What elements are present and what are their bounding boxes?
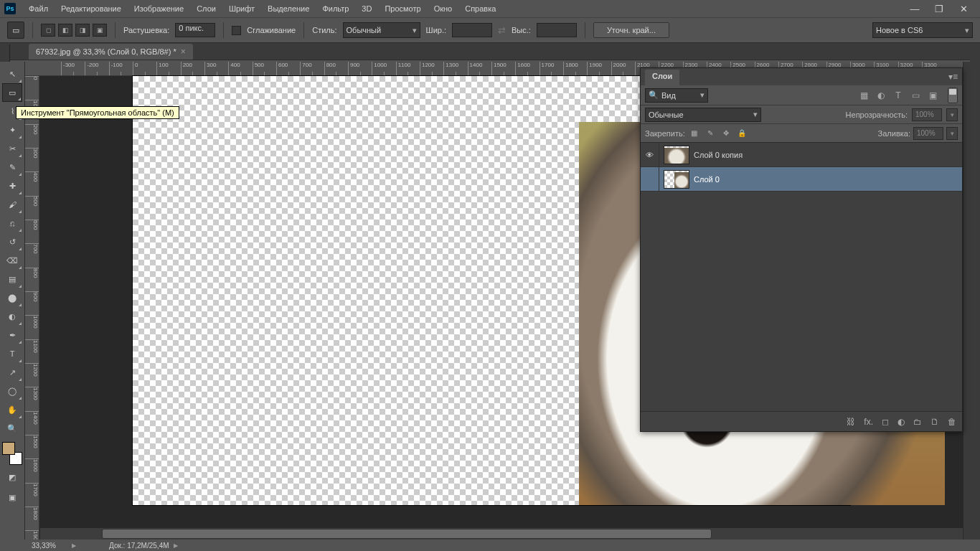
tab-well-grip-right[interactable]: [970, 44, 980, 62]
history-brush-tool[interactable]: ↺: [2, 232, 22, 251]
dodge-tool[interactable]: ◐: [2, 307, 22, 326]
move-tool[interactable]: ↖: [2, 65, 22, 83]
filter-smart-icon[interactable]: ▣: [926, 89, 939, 102]
group-icon[interactable]: 🗀: [913, 417, 922, 427]
layer-row[interactable]: Слой 0: [641, 167, 962, 192]
healing-brush-tool[interactable]: ✚: [2, 176, 22, 195]
lock-position-icon[interactable]: ✎: [704, 127, 717, 140]
adjustment-icon[interactable]: ◐: [897, 417, 905, 427]
opacity-input[interactable]: 100%: [912, 108, 942, 121]
crop-tool[interactable]: ✂: [2, 139, 22, 158]
shape-tool[interactable]: ◯: [2, 382, 22, 400]
quick-mask-tool[interactable]: ◩: [2, 468, 22, 486]
link-icon[interactable]: ⛓: [847, 417, 855, 427]
zoom-arrow-icon[interactable]: ▶: [72, 542, 76, 549]
horizontal-scrollbar[interactable]: [40, 528, 963, 540]
filter-pixel-icon[interactable]: ▦: [857, 89, 870, 102]
zoom-level[interactable]: 33,33%: [32, 542, 67, 550]
layer-visibility-toggle[interactable]: [641, 167, 659, 192]
whats-new-dropdown[interactable]: Новое в CS6: [872, 22, 973, 38]
menu-слои[interactable]: Слои: [191, 2, 222, 15]
layer-thumbnail[interactable]: [664, 146, 689, 164]
selection-new-icon[interactable]: ◻: [41, 24, 55, 37]
fill-dropdown-icon[interactable]: ▾: [946, 127, 958, 140]
style-label: Стиль:: [312, 26, 336, 34]
filter-type-icon[interactable]: T: [892, 89, 905, 102]
layers-lock-row: Закрепить: ▦ ✎ ✥ 🔒 Заливка: 100% ▾: [641, 124, 962, 143]
swap-dimensions-icon[interactable]: ⇄: [498, 25, 506, 36]
active-tool-preset[interactable]: ▭: [7, 22, 24, 39]
marquee-tool[interactable]: ▭: [2, 83, 22, 102]
filter-adjustment-icon[interactable]: ◐: [875, 89, 887, 102]
zoom-tool[interactable]: 🔍: [2, 419, 22, 438]
brush-tool[interactable]: 🖌: [2, 195, 22, 214]
menu-окно[interactable]: Окно: [428, 2, 458, 15]
minimize-button[interactable]: —: [903, 1, 927, 16]
vertical-ruler[interactable]: 0100200300400500600700800900100011001200…: [25, 76, 39, 540]
menu-редактирование[interactable]: Редактирование: [55, 2, 127, 15]
feather-input[interactable]: 0 пикс.: [175, 23, 215, 37]
type-tool[interactable]: T: [2, 344, 22, 363]
style-select[interactable]: Обычный: [343, 22, 420, 38]
lock-pixels-icon[interactable]: ▦: [688, 127, 701, 140]
panel-menu-icon[interactable]: ▾≡: [948, 72, 958, 82]
eyedropper-tool[interactable]: ✎: [2, 158, 22, 176]
filter-shape-icon[interactable]: ▭: [909, 89, 922, 102]
gradient-tool[interactable]: ▤: [2, 270, 22, 288]
fx-icon[interactable]: fx.: [864, 417, 873, 427]
close-button[interactable]: ✕: [951, 1, 976, 16]
hand-tool[interactable]: ✋: [2, 400, 22, 419]
tab-well-grip-left[interactable]: [0, 44, 10, 62]
opacity-dropdown-icon[interactable]: ▾: [946, 108, 958, 121]
document-size-status[interactable]: Док.: 17,2M/25,4M: [109, 542, 169, 550]
menu-фильтр[interactable]: Фильтр: [316, 2, 354, 15]
selection-add-icon[interactable]: ◧: [58, 24, 72, 37]
refine-edge-button[interactable]: Уточн. край...: [593, 22, 669, 38]
document-tab[interactable]: 67932.jpg @ 33,3% (Слой 0, RGB/8#) * ×: [29, 44, 193, 60]
layer-row[interactable]: 👁Слой 0 копия: [641, 143, 962, 167]
lock-label: Закрепить:: [645, 129, 685, 138]
layers-blend-row: Обычные Непрозрачность: 100% ▾: [641, 105, 962, 124]
filter-toggle[interactable]: [948, 88, 958, 103]
menu-файл[interactable]: Файл: [23, 2, 54, 15]
trash-icon[interactable]: 🗑: [948, 417, 956, 427]
opacity-label: Непрозрачность:: [846, 110, 908, 119]
window-controls: — ❐ ✕: [903, 1, 976, 16]
layer-filter-select[interactable]: 🔍Вид: [645, 88, 708, 103]
new-layer-icon[interactable]: 🗋: [930, 417, 939, 427]
scrollbar-thumb[interactable]: [102, 529, 712, 539]
mask-icon[interactable]: ◻: [882, 417, 889, 427]
layer-thumbnail[interactable]: [664, 170, 689, 189]
menu-справка[interactable]: Справка: [459, 2, 501, 15]
blend-mode-select[interactable]: Обычные: [645, 108, 761, 122]
pen-tool[interactable]: ✒: [2, 326, 22, 344]
path-select-tool[interactable]: ↗: [2, 363, 22, 382]
layer-visibility-toggle[interactable]: 👁: [641, 143, 659, 167]
selection-subtract-icon[interactable]: ◨: [75, 24, 90, 37]
foreground-color[interactable]: [2, 442, 15, 455]
screen-mode-tool[interactable]: ▣: [2, 488, 22, 507]
blur-tool[interactable]: ⬤: [2, 288, 22, 307]
layer-name-label[interactable]: Слой 0: [694, 175, 720, 184]
menu-выделение[interactable]: Выделение: [262, 2, 315, 15]
menu-изображение[interactable]: Изображение: [128, 2, 189, 15]
document-tab-row: 67932.jpg @ 33,3% (Слой 0, RGB/8#) * ×: [0, 43, 980, 60]
antialias-checkbox[interactable]: [232, 26, 241, 35]
layer-name-label[interactable]: Слой 0 копия: [694, 151, 743, 159]
lock-move-icon[interactable]: ✥: [720, 127, 732, 140]
layers-tab[interactable]: Слои: [645, 70, 679, 85]
magic-wand-tool[interactable]: ✦: [2, 121, 22, 139]
clone-stamp-tool[interactable]: ⎌: [2, 214, 22, 232]
eraser-tool[interactable]: ⌫: [2, 251, 22, 270]
maximize-button[interactable]: ❐: [927, 1, 951, 16]
right-collapsed-dock[interactable]: [963, 62, 980, 540]
menu-шрифт[interactable]: Шрифт: [223, 2, 260, 15]
lock-all-icon[interactable]: 🔒: [735, 127, 748, 140]
close-tab-icon[interactable]: ×: [181, 47, 186, 57]
selection-intersect-icon[interactable]: ▣: [93, 24, 107, 37]
color-swatches[interactable]: [2, 442, 22, 465]
status-arrow-icon[interactable]: ▶: [174, 542, 178, 549]
menu-3d[interactable]: 3D: [356, 2, 377, 15]
fill-input[interactable]: 100%: [913, 127, 943, 140]
menu-просмотр[interactable]: Просмотр: [379, 2, 426, 15]
